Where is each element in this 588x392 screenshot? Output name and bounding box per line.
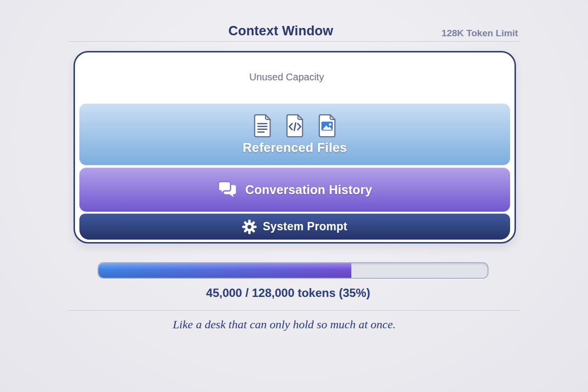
layer-referenced-files: Referenced Files [79, 103, 510, 165]
header-divider [69, 41, 519, 42]
footer-divider [69, 310, 519, 311]
conversation-history-label: Conversation History [245, 183, 372, 197]
unused-capacity-label: Unused Capacity [74, 72, 500, 83]
token-limit-label: 128K Token Limit [441, 28, 518, 39]
layer-system-prompt: System Prompt [79, 214, 510, 240]
chat-bubbles-icon [218, 180, 238, 199]
system-prompt-label: System Prompt [263, 220, 347, 233]
gear-icon [242, 220, 257, 234]
text-file-icon [252, 114, 273, 138]
image-file-icon [317, 114, 338, 138]
file-icons-row [252, 114, 338, 138]
referenced-files-label: Referenced Files [243, 140, 347, 155]
context-window-diagram: Context Window 128K Token Limit Unused C… [0, 0, 588, 392]
token-usage-progress-bar [98, 262, 489, 279]
code-file-icon [285, 114, 305, 138]
progress-fill [98, 263, 351, 278]
analogy-caption: Like a desk that can only hold so much a… [0, 318, 568, 331]
token-usage-text: 45,000 / 128,000 tokens (35%) [0, 286, 576, 300]
layer-conversation-history: Conversation History [79, 168, 510, 212]
